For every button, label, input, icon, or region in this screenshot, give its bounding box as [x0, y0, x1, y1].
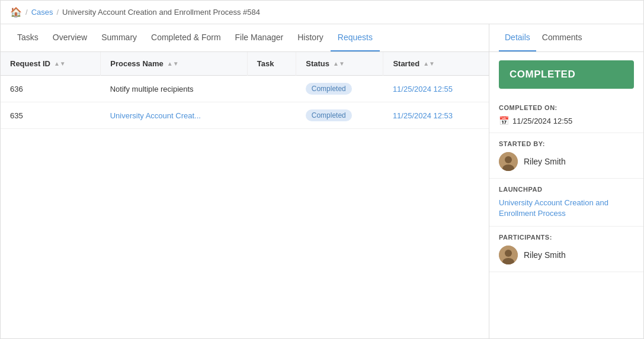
col-status[interactable]: Status ▲▼ [296, 52, 383, 76]
cell-process-name: Notify multiple recipients [101, 76, 248, 102]
tab-summary[interactable]: Summary [94, 24, 144, 51]
sort-icon-request-id: ▲▼ [54, 60, 66, 67]
launchpad-label: LAUNCHPAD [499, 186, 634, 193]
col-task: Task [247, 52, 296, 76]
completed-on-label: COMPLETED ON: [499, 104, 634, 111]
col-process-name[interactable]: Process Name ▲▼ [101, 52, 248, 76]
tab-overview[interactable]: Overview [46, 24, 94, 51]
status-badge: Completed [306, 83, 352, 95]
cell-started: 11/25/2024 12:55 [383, 76, 489, 102]
right-tab-bar: Details Comments [489, 24, 643, 52]
sort-icon-process-name: ▲▼ [167, 60, 179, 67]
calendar-icon: 📅 [499, 116, 509, 125]
breadcrumb: 🏠 / Cases / University Account Creation … [1, 1, 643, 24]
app-container: 🏠 / Cases / University Account Creation … [0, 0, 644, 339]
cell-request-id: 635 [1, 102, 101, 129]
status-banner: COMPLETED [499, 60, 634, 89]
breadcrumb-separator2: / [56, 8, 59, 17]
requests-table-area: Request ID ▲▼ Process Name ▲▼ [1, 52, 489, 338]
left-panel: Tasks Overview Summary Completed & Form … [1, 24, 489, 338]
requests-table: Request ID ▲▼ Process Name ▲▼ [1, 52, 489, 129]
completed-on-value: 📅 11/25/2024 12:55 [499, 116, 634, 125]
avatar-participant [499, 246, 518, 264]
tab-history[interactable]: History [290, 24, 331, 51]
avatar-started-by [499, 152, 518, 171]
participants-label: PARTICIPANTS: [499, 234, 634, 241]
right-panel: Details Comments COMPLETED COMPLETED ON:… [489, 24, 643, 338]
right-tab-comments[interactable]: Comments [536, 24, 588, 51]
participant-row: Riley Smith [499, 246, 634, 264]
main-layout: Tasks Overview Summary Completed & Form … [1, 24, 643, 338]
sort-icon-status: ▲▼ [333, 60, 345, 67]
col-started[interactable]: Started ▲▼ [383, 52, 489, 76]
cell-status: Completed [296, 76, 383, 102]
launchpad-section: LAUNCHPAD University Account Creation an… [489, 179, 643, 227]
cell-task [247, 102, 296, 129]
tab-tasks[interactable]: Tasks [10, 24, 46, 51]
tab-completed-form[interactable]: Completed & Form [144, 24, 228, 51]
breadcrumb-separator: / [25, 8, 28, 17]
cell-task [247, 76, 296, 102]
started-by-section: STARTED BY: Riley Smith [489, 133, 643, 179]
tab-file-manager[interactable]: File Manager [228, 24, 291, 51]
status-badge: Completed [306, 109, 352, 121]
cell-request-id: 636 [1, 76, 101, 102]
svg-point-1 [505, 156, 512, 163]
tab-requests[interactable]: Requests [331, 24, 380, 51]
breadcrumb-current: University Account Creation and Enrollme… [62, 8, 260, 17]
right-tab-details[interactable]: Details [499, 24, 536, 51]
participant-name: Riley Smith [524, 250, 566, 260]
started-by-name: Riley Smith [524, 157, 566, 166]
table-row[interactable]: 636Notify multiple recipientsCompleted11… [1, 76, 489, 102]
cell-process-name[interactable]: University Account Creat... [101, 102, 248, 129]
launchpad-link[interactable]: University Account Creation and Enrollme… [499, 198, 634, 219]
cell-started: 11/25/2024 12:53 [383, 102, 489, 129]
sort-icon-started: ▲▼ [423, 60, 435, 67]
completed-on-section: COMPLETED ON: 📅 11/25/2024 12:55 [489, 97, 643, 133]
cell-status: Completed [296, 102, 383, 129]
home-icon[interactable]: 🏠 [10, 7, 22, 18]
breadcrumb-cases[interactable]: Cases [31, 8, 53, 17]
participants-section: PARTICIPANTS: Riley Smith [489, 227, 643, 272]
started-by-label: STARTED BY: [499, 140, 634, 147]
col-request-id[interactable]: Request ID ▲▼ [1, 52, 101, 76]
table-row[interactable]: 635University Account Creat...Completed1… [1, 102, 489, 129]
svg-point-4 [505, 250, 512, 257]
started-by-person: Riley Smith [499, 152, 634, 171]
tab-bar: Tasks Overview Summary Completed & Form … [1, 24, 489, 52]
